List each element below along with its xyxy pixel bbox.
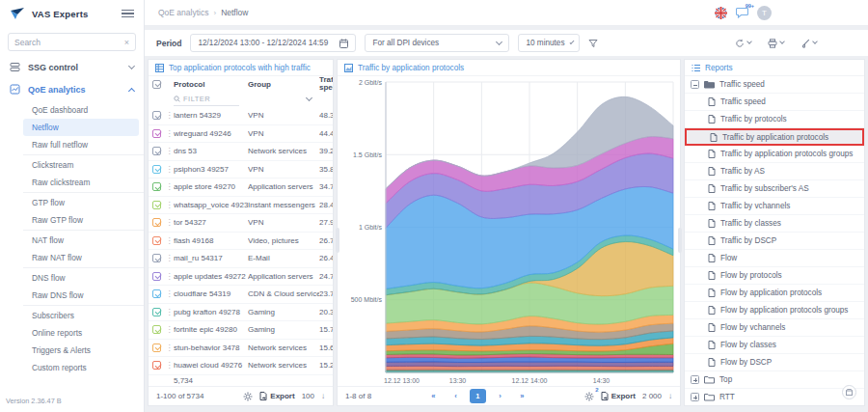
table-row[interactable]: ⋮dns 53Network services39.2 (149, 143, 333, 161)
collapse-box-icon[interactable] (691, 80, 699, 89)
sidebar-section-ssg-control[interactable]: SSG control (0, 56, 144, 78)
panel-resize-handle-right[interactable] (678, 228, 682, 253)
calendar-icon[interactable] (339, 39, 348, 48)
row-checkbox[interactable] (152, 325, 161, 334)
table-row[interactable]: ⋮whatsapp_voice 49234Instant messengers2… (149, 197, 333, 215)
drag-handle-icon[interactable]: ⋮ (165, 254, 174, 262)
sidebar-item-online-reports[interactable]: Online reports (23, 324, 139, 342)
table-row[interactable]: ⋮stun-behavior 3478Network services15.6 (149, 340, 333, 358)
report-item-traffic-by-vchannels[interactable]: Traffic by vchannels (685, 198, 864, 215)
chart-export-button[interactable]: Export (601, 392, 636, 400)
report-item-rtt[interactable]: RTT (685, 389, 864, 406)
report-item-flow-by-classes[interactable]: Flow by classes (685, 337, 864, 354)
sidebar-section-qoe-analytics[interactable]: QoE analytics (0, 78, 144, 100)
chart-page-size-select[interactable]: 2 000 (642, 392, 662, 400)
table-row[interactable]: ⋮wireguard 49246VPN44.4 (149, 125, 333, 144)
report-item-flow-by-application-protocols-groups[interactable]: Flow by application protocols groups (685, 302, 864, 319)
sidebar-item-subscribers[interactable]: Subscribers (23, 307, 139, 324)
refresh-menu[interactable] (735, 39, 751, 48)
drag-handle-icon[interactable]: ⋮ (165, 182, 174, 191)
protocol-filter-input[interactable]: FILTER (174, 94, 239, 106)
sidebar-item-dns-flow[interactable]: DNS flow (23, 269, 139, 287)
drag-handle-icon[interactable]: ⋮ (165, 289, 174, 298)
clear-search-icon[interactable]: × (124, 38, 129, 47)
sidebar-item-raw-full-netflow[interactable]: Raw full netflow (23, 136, 139, 153)
drag-handle-icon[interactable]: ⋮ (165, 165, 174, 174)
avatar[interactable]: T (757, 6, 772, 20)
report-item-traffic-by-as[interactable]: Traffic by AS (685, 163, 864, 180)
drag-handle-icon[interactable]: ⋮ (165, 147, 174, 155)
group-filter-select[interactable] (248, 98, 319, 100)
table-row[interactable]: ⋮apple updates 49272Application servers2… (149, 268, 333, 287)
sidebar-item-triggers-alerts[interactable]: Triggers & Alerts (23, 342, 139, 359)
export-button[interactable]: Export (259, 392, 294, 400)
row-checkbox[interactable] (152, 236, 161, 245)
collapse-panel-button[interactable] (842, 385, 856, 399)
report-item-flow-by-application-protocols[interactable]: Flow by application protocols (685, 285, 864, 302)
report-item-traffic-speed[interactable]: Traffic speed (685, 94, 864, 111)
drag-handle-icon[interactable]: ⋮ (165, 272, 174, 281)
drag-handle-icon[interactable]: ⋮ (165, 218, 174, 227)
table-row[interactable]: ⋮psiphon3 49257VPN35.8 (149, 161, 333, 179)
drag-handle-icon[interactable]: ⋮ (165, 308, 174, 316)
current-page-button[interactable]: 1 (470, 389, 486, 403)
next-page-button[interactable]: › (492, 389, 508, 403)
panel-resize-handle-left[interactable] (336, 228, 339, 253)
sidebar-item-raw-clickstream[interactable]: Raw clickstream (23, 174, 139, 191)
report-item-traffic-by-subscriber-s-as[interactable]: Traffic by subscriber's AS (685, 180, 864, 198)
row-checkbox[interactable] (152, 182, 161, 191)
chat-button[interactable]: 99+ (736, 7, 748, 18)
col-group[interactable]: Group (248, 80, 319, 89)
prev-page-button[interactable]: ‹ (448, 389, 464, 403)
table-row[interactable]: ⋮pubg krafton 49278Gaming20.3 (149, 304, 333, 322)
report-item-traffic-by-classes[interactable]: Traffic by classes (685, 215, 864, 233)
report-item-traffic-by-dscp[interactable]: Traffic by DSCP (685, 233, 864, 250)
stacked-area-chart[interactable]: 2 Gbit/s1.5 Gbit/s1 Gbit/s500 Mbit/s12.1… (338, 76, 680, 387)
drag-handle-icon[interactable]: ⋮ (165, 325, 174, 334)
row-checkbox[interactable] (152, 129, 161, 138)
table-row[interactable]: ⋮cloudflare 54319CDN & Cloud services23.… (149, 286, 333, 304)
search-input[interactable] (14, 38, 124, 47)
row-checkbox[interactable] (152, 218, 161, 227)
drag-handle-icon[interactable]: ⋮ (165, 201, 174, 209)
table-row[interactable]: ⋮huawei cloud 49276Network services15.2 (149, 357, 333, 375)
drag-handle-icon[interactable]: ⋮ (165, 361, 174, 370)
report-item-flow-by-vchannels[interactable]: Flow by vchannels (685, 319, 864, 337)
col-traffic-speed[interactable]: Traffic speed (319, 76, 333, 92)
expand-box-icon[interactable] (691, 375, 699, 384)
drag-handle-icon[interactable]: ⋮ (165, 236, 174, 245)
sidebar-item-nat-flow[interactable]: NAT flow (23, 232, 139, 249)
report-item-flow[interactable]: Flow (685, 250, 864, 267)
settings-gear-icon[interactable] (243, 392, 253, 401)
drag-handle-icon[interactable]: ⋮ (165, 111, 174, 120)
row-checkbox[interactable] (152, 343, 161, 352)
report-item-top[interactable]: Top (685, 371, 864, 389)
table-row[interactable]: ⋮lantern 54329VPN48.3 (149, 107, 333, 125)
table-row[interactable]: ⋮mail_ru 54317E-Mail26.4 (149, 250, 333, 268)
sidebar-item-qoe-dashboard[interactable]: QoE dashboard (23, 101, 139, 119)
report-item-traffic-by-application-protocols[interactable]: Traffic by application protocols (685, 128, 864, 146)
print-menu[interactable] (768, 39, 784, 48)
report-item-traffic-by-protocols[interactable]: Traffic by protocols (685, 111, 864, 128)
drag-handle-icon[interactable]: ⋮ (165, 343, 174, 352)
sidebar-search[interactable]: × (8, 33, 136, 51)
select-all-checkbox[interactable] (152, 80, 161, 89)
report-item-flow-by-protocols[interactable]: Flow by protocols (685, 267, 864, 285)
download-arrow-icon[interactable]: ↓ (668, 392, 672, 400)
table-row[interactable]: ⋮tor 54327VPN27.9 (149, 214, 333, 233)
language-flag-icon[interactable] (715, 7, 727, 19)
breadcrumb-parent[interactable]: QoE analytics (158, 8, 208, 17)
table-row[interactable]: ⋮fortnite epic 49280Gaming15.7 (149, 321, 333, 340)
sidebar-item-custom-reports[interactable]: Custom reports (23, 359, 139, 376)
sidebar-item-clickstream[interactable]: Clickstream (23, 156, 139, 174)
row-checkbox[interactable] (152, 361, 161, 370)
sidebar-item-raw-dns-flow[interactable]: Raw DNS flow (23, 287, 139, 304)
sidebar-item-raw-nat-flow[interactable]: Raw NAT flow (23, 249, 139, 266)
row-checkbox[interactable] (152, 165, 161, 174)
row-checkbox[interactable] (152, 308, 161, 316)
first-page-button[interactable]: « (425, 389, 442, 403)
menu-toggle-icon[interactable] (122, 10, 134, 17)
dpi-device-select[interactable]: For all DPI devices (365, 34, 509, 52)
page-size-select[interactable]: 100 (302, 392, 314, 400)
report-item-traffic-by-application-protocols-groups[interactable]: Traffic by application protocols groups (685, 146, 864, 163)
